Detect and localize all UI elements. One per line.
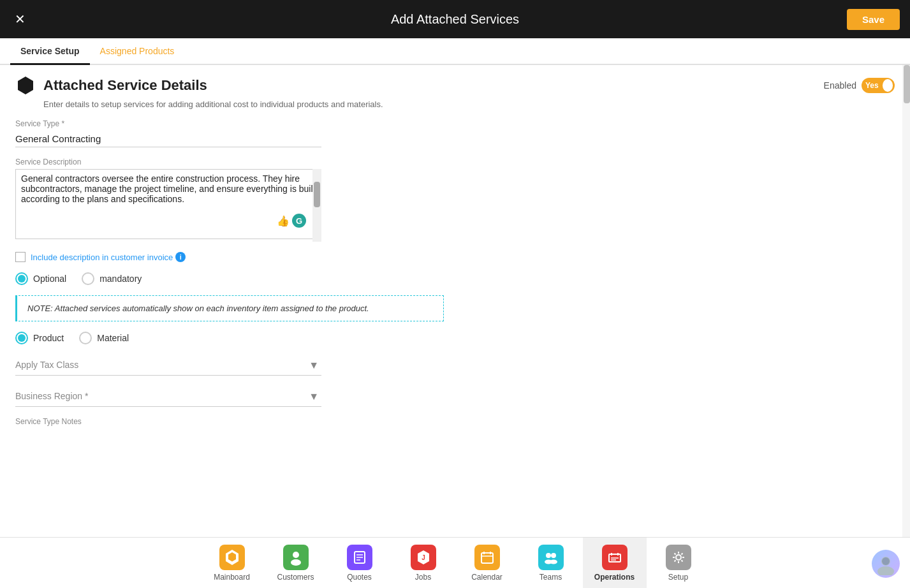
note-box: NOTE: Attached services automatically sh… — [15, 295, 444, 321]
section-header: Attached Service Details Enabled Yes — [15, 75, 895, 96]
radio-mandatory-label: mandatory — [99, 274, 142, 284]
nav-item-mainboard[interactable]: Mainboard — [200, 538, 264, 589]
jobs-label: Jobs — [415, 573, 431, 582]
setup-icon — [666, 545, 691, 570]
section-subtitle: Enter details to setup services for addi… — [43, 99, 895, 109]
radio-product[interactable]: Product — [15, 332, 64, 344]
nav-item-customers[interactable]: Customers — [264, 538, 328, 589]
service-type-notes-group: Service Type Notes — [15, 417, 895, 426]
avatar-image — [872, 550, 900, 578]
page-title: Add Attached Services — [391, 12, 519, 27]
main-content: Attached Service Details Enabled Yes Ent… — [0, 65, 910, 537]
textarea-tool-icons: 👍 G — [277, 214, 306, 228]
user-avatar[interactable] — [872, 550, 900, 578]
svg-text:J: J — [422, 554, 425, 561]
calendar-label: Calendar — [471, 573, 503, 582]
toggle-knob — [883, 79, 893, 92]
include-description-checkbox[interactable] — [15, 252, 26, 262]
nav-item-operations[interactable]: Operations — [583, 538, 647, 589]
scrollbar-thumb — [904, 65, 910, 103]
close-button[interactable]: ✕ — [10, 10, 29, 29]
radio-material[interactable]: Material — [79, 332, 129, 344]
page-scrollbar[interactable] — [902, 65, 910, 537]
teams-label: Teams — [539, 573, 562, 582]
teams-icon — [538, 545, 564, 570]
thumbs-up-icon: 👍 — [277, 215, 290, 227]
svg-point-15 — [546, 553, 551, 558]
checkbox-row: Include description in customer invoice … — [15, 252, 895, 262]
section-title-group: Attached Service Details — [15, 75, 207, 96]
tab-service-setup[interactable]: Service Setup — [10, 38, 90, 64]
optional-mandatory-radio-group: Optional mandatory — [15, 272, 895, 285]
svg-point-27 — [882, 557, 890, 565]
business-region-container: Business Region * ▼ — [15, 386, 321, 407]
grammarly-icon: G — [292, 214, 306, 228]
radio-mandatory-outer — [82, 272, 94, 285]
service-description-group: Service Description General contractors … — [15, 158, 895, 242]
operations-label: Operations — [594, 573, 635, 582]
business-region-group: Business Region * ▼ — [15, 386, 895, 407]
radio-optional-inner — [18, 275, 26, 283]
section-title: Attached Service Details — [43, 77, 207, 94]
textarea-scrollbar-thumb — [314, 182, 320, 207]
nav-item-calendar[interactable]: Calendar — [455, 538, 519, 589]
product-material-radio-group: Product Material — [15, 332, 895, 344]
svg-point-4 — [291, 559, 301, 566]
hexagon-icon — [15, 75, 36, 96]
enabled-label: Enabled — [824, 80, 856, 91]
bottom-nav: Mainboard Customers Quotes J — [0, 537, 910, 588]
service-type-label: Service Type * — [15, 119, 895, 128]
textarea-container: General contractors oversee the entire c… — [15, 169, 321, 242]
service-type-group: Service Type * — [15, 119, 895, 147]
svg-marker-0 — [18, 77, 33, 94]
quotes-label: Quotes — [347, 573, 372, 582]
svg-point-26 — [877, 566, 894, 575]
enabled-toggle-area: Enabled Yes — [824, 78, 895, 93]
apply-tax-class-group: Apply Tax Class ▼ — [15, 355, 895, 376]
radio-product-label: Product — [33, 333, 64, 343]
mainboard-label: Mainboard — [214, 573, 250, 582]
svg-point-16 — [551, 553, 556, 558]
radio-material-outer — [79, 332, 92, 344]
svg-point-24 — [676, 555, 681, 560]
radio-material-label: Material — [97, 333, 129, 343]
radio-optional[interactable]: Optional — [15, 272, 66, 285]
radio-optional-label: Optional — [33, 274, 66, 284]
service-description-textarea[interactable]: General contractors oversee the entire c… — [15, 169, 321, 239]
setup-label: Setup — [668, 573, 688, 582]
apply-tax-class-select[interactable]: Apply Tax Class — [15, 355, 321, 376]
radio-product-outer — [15, 332, 28, 344]
nav-item-jobs[interactable]: J Jobs — [392, 538, 455, 589]
save-button[interactable]: Save — [847, 9, 900, 30]
jobs-icon: J — [411, 545, 436, 570]
checkbox-label: Include description in customer invoice … — [31, 252, 186, 262]
radio-optional-outer — [15, 272, 28, 285]
apply-tax-class-container: Apply Tax Class ▼ — [15, 355, 321, 376]
mainboard-icon — [219, 545, 245, 570]
nav-item-quotes[interactable]: Quotes — [328, 538, 392, 589]
service-type-input[interactable] — [15, 131, 321, 147]
svg-point-3 — [293, 552, 299, 558]
nav-item-setup[interactable]: Setup — [647, 538, 710, 589]
service-description-label: Service Description — [15, 158, 895, 166]
tabs-container: Service Setup Assigned Products — [0, 38, 910, 65]
nav-item-teams[interactable]: Teams — [519, 538, 583, 589]
tab-assigned-products[interactable]: Assigned Products — [90, 38, 185, 64]
radio-mandatory[interactable]: mandatory — [82, 272, 142, 285]
calendar-icon — [474, 545, 500, 570]
radio-product-inner — [18, 334, 26, 342]
customers-label: Customers — [277, 573, 314, 582]
info-icon: i — [175, 252, 186, 262]
note-text: NOTE: Attached services automatically sh… — [27, 304, 369, 313]
service-type-notes-label: Service Type Notes — [15, 417, 895, 426]
operations-icon — [602, 545, 627, 570]
quotes-icon — [347, 545, 372, 570]
business-region-select[interactable]: Business Region * — [15, 386, 321, 407]
svg-rect-11 — [481, 553, 493, 563]
enabled-toggle[interactable]: Yes — [862, 78, 895, 93]
header: ✕ Add Attached Services Save — [0, 0, 910, 38]
customers-icon — [283, 545, 309, 570]
textarea-scrollbar[interactable] — [312, 169, 321, 242]
toggle-value: Yes — [865, 81, 879, 90]
svg-point-18 — [550, 559, 557, 564]
